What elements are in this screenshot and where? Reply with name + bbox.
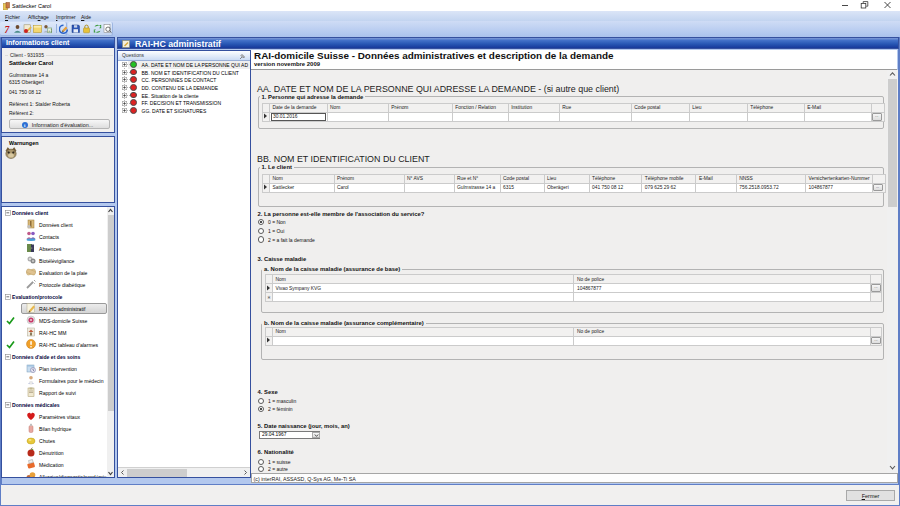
svg-text:7: 7 bbox=[4, 24, 10, 34]
svg-text:+1: +1 bbox=[48, 29, 52, 33]
